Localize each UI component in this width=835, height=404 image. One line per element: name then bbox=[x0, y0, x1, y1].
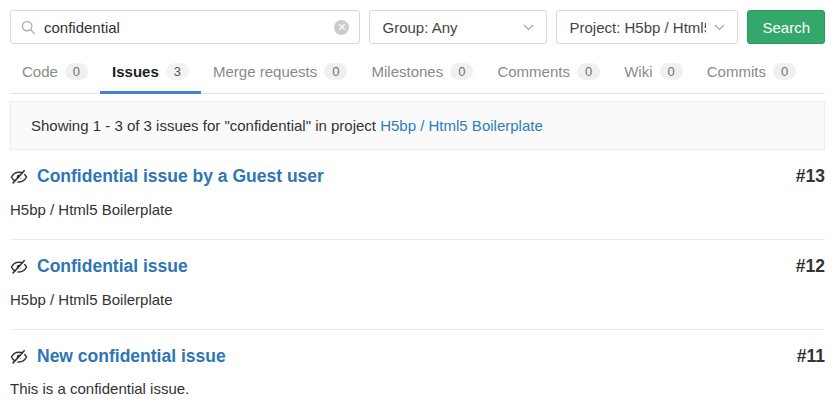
tab-count-badge: 0 bbox=[450, 63, 473, 80]
tab-merge-requests[interactable]: Merge requests 0 bbox=[201, 54, 359, 94]
tab-label: Wiki bbox=[624, 63, 652, 80]
search-results-list: Confidential issue by a Guest user #13 H… bbox=[10, 150, 825, 404]
issue-project-name: H5bp / Html5 Boilerplate bbox=[10, 291, 825, 308]
tab-label: Milestones bbox=[371, 63, 443, 80]
group-filter-dropdown[interactable]: Group: Any bbox=[369, 10, 547, 44]
search-button[interactable]: Search bbox=[747, 10, 825, 44]
issue-id: #13 bbox=[796, 166, 825, 187]
issue-result-row: Confidential issue by a Guest user #13 H… bbox=[10, 150, 825, 240]
tab-count-badge: 0 bbox=[773, 63, 796, 80]
search-toolbar: ✕ Group: Any Project: H5bp / Html5 ... S… bbox=[0, 0, 835, 54]
search-icon bbox=[21, 20, 36, 35]
tab-count-badge: 0 bbox=[577, 63, 600, 80]
clear-search-icon[interactable]: ✕ bbox=[334, 20, 349, 35]
tab-wiki[interactable]: Wiki 0 bbox=[612, 54, 695, 94]
tab-count-badge: 0 bbox=[65, 63, 88, 80]
confidential-eye-slash-icon bbox=[10, 258, 28, 276]
tab-issues[interactable]: Issues 3 bbox=[100, 54, 201, 94]
issue-id: #11 bbox=[797, 346, 825, 367]
search-scope-tabs: Code 0 Issues 3 Merge requests 0 Milesto… bbox=[10, 54, 825, 94]
project-filter-dropdown[interactable]: Project: H5bp / Html5 ... bbox=[556, 10, 738, 44]
issue-id: #12 bbox=[796, 256, 825, 277]
search-input[interactable] bbox=[44, 19, 334, 36]
issue-result-row: Confidential issue #12 H5bp / Html5 Boil… bbox=[10, 240, 825, 330]
tab-comments[interactable]: Comments 0 bbox=[485, 54, 612, 94]
tab-label: Merge requests bbox=[213, 63, 317, 80]
issue-result-row: New confidential issue #11 This is a con… bbox=[10, 330, 825, 404]
tab-code[interactable]: Code 0 bbox=[10, 54, 100, 94]
issue-title-link[interactable]: Confidential issue by a Guest user bbox=[37, 166, 324, 187]
tab-milestones[interactable]: Milestones 0 bbox=[359, 54, 485, 94]
project-filter-label: Project: H5bp / Html5 ... bbox=[569, 19, 706, 36]
tab-label: Commits bbox=[707, 63, 766, 80]
group-filter-label: Group: Any bbox=[382, 19, 457, 36]
chevron-down-icon bbox=[714, 24, 725, 31]
tab-count-badge: 0 bbox=[324, 63, 347, 80]
results-summary-bar: Showing 1 - 3 of 3 issues for "confident… bbox=[10, 101, 825, 150]
issue-title-link[interactable]: Confidential issue bbox=[37, 256, 188, 277]
issue-project-name: H5bp / Html5 Boilerplate bbox=[10, 201, 825, 218]
search-box[interactable]: ✕ bbox=[10, 10, 360, 44]
tab-count-badge: 3 bbox=[166, 63, 189, 80]
issue-title-link[interactable]: New confidential issue bbox=[37, 346, 226, 367]
confidential-eye-slash-icon bbox=[10, 348, 28, 366]
issue-description: This is a confidential issue. bbox=[10, 380, 825, 397]
tab-label: Code bbox=[22, 63, 58, 80]
confidential-eye-slash-icon bbox=[10, 168, 28, 186]
tab-label: Issues bbox=[112, 63, 159, 80]
results-summary-text: Showing 1 - 3 of 3 issues for "confident… bbox=[31, 117, 376, 134]
tab-count-badge: 0 bbox=[660, 63, 683, 80]
chevron-down-icon bbox=[523, 24, 534, 31]
tab-commits[interactable]: Commits 0 bbox=[695, 54, 808, 94]
tab-label: Comments bbox=[497, 63, 570, 80]
summary-project-link[interactable]: H5bp / Html5 Boilerplate bbox=[380, 117, 543, 134]
